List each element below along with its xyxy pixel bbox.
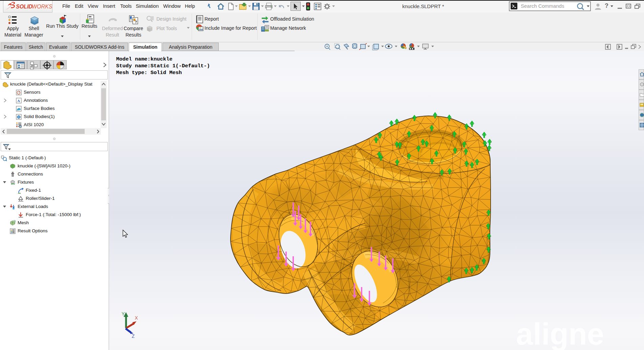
svg-text:X: X: [135, 315, 138, 321]
svg-text:?: ?: [135, 20, 137, 24]
svg-text:A: A: [17, 99, 20, 103]
svg-text:Z: Z: [132, 333, 135, 339]
